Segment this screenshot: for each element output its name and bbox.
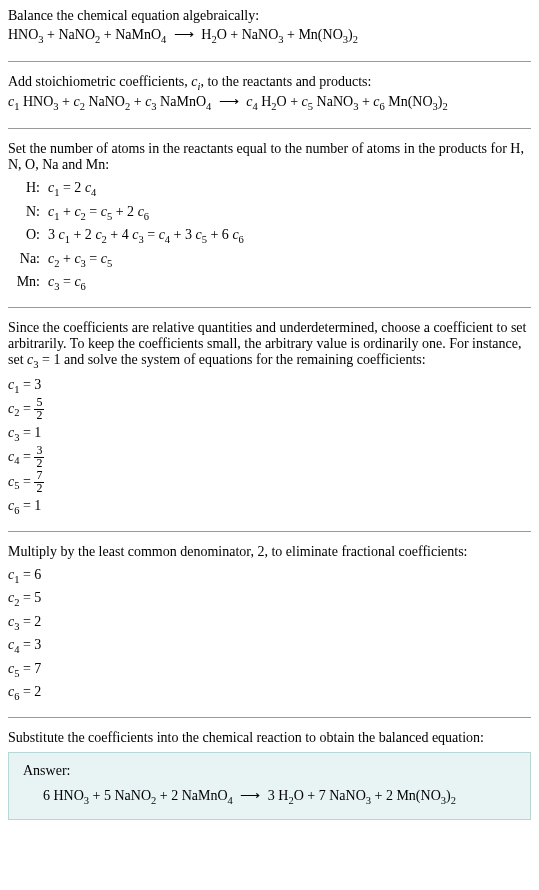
atom-label: Na: xyxy=(16,248,48,272)
section-solve-coeffs: Since the coefficients are relative quan… xyxy=(8,320,531,519)
section-atom-equations: Set the number of atoms in the reactants… xyxy=(8,141,531,295)
atom-equation: c3 = c6 xyxy=(48,271,531,295)
coeff-list-fractional: c1 = 3 c2 = 52 c3 = 1 c4 = 32 c5 = 72 c6… xyxy=(8,374,531,519)
divider-1 xyxy=(8,61,531,62)
coeff-row: c3 = 1 xyxy=(8,422,531,446)
atom-equation: c2 + c3 = c5 xyxy=(48,248,531,272)
atom-label: H: xyxy=(16,177,48,201)
coeff-row: c1 = 6 xyxy=(8,564,531,588)
divider-4 xyxy=(8,531,531,532)
divider-2 xyxy=(8,128,531,129)
section1-equation: HNO3 + NaNO2 + NaMnO4 ⟶ H2O + NaNO3 + Mn… xyxy=(8,24,531,49)
section6-title: Substitute the coefficients into the che… xyxy=(8,730,531,746)
atom-label: N: xyxy=(16,201,48,225)
coeff-row: c1 = 3 xyxy=(8,374,531,398)
atom-row-h: H: c1 = 2 c4 xyxy=(16,177,531,201)
atom-equation: c1 = 2 c4 xyxy=(48,177,531,201)
coeff-row: c2 = 52 xyxy=(8,397,531,422)
atom-label: O: xyxy=(16,224,48,248)
section4-title: Since the coefficients are relative quan… xyxy=(8,320,531,370)
section-stoichiometric: Add stoichiometric coefficients, ci, to … xyxy=(8,74,531,116)
answer-box: Answer: 6 HNO3 + 5 NaNO2 + 2 NaMnO4 ⟶ 3 … xyxy=(8,752,531,821)
atom-equation: 3 c1 + 2 c2 + 4 c3 = c4 + 3 c5 + 6 c6 xyxy=(48,224,531,248)
atom-row-n: N: c1 + c2 = c5 + 2 c6 xyxy=(16,201,531,225)
section5-title: Multiply by the least common denominator… xyxy=(8,544,531,560)
section2-title: Add stoichiometric coefficients, ci, to … xyxy=(8,74,531,92)
atom-row-na: Na: c2 + c3 = c5 xyxy=(16,248,531,272)
answer-label: Answer: xyxy=(23,763,516,779)
section-balance-intro: Balance the chemical equation algebraica… xyxy=(8,8,531,49)
coeff-row: c6 = 1 xyxy=(8,495,531,519)
atom-table: H: c1 = 2 c4 N: c1 + c2 = c5 + 2 c6 O: 3… xyxy=(16,177,531,295)
divider-5 xyxy=(8,717,531,718)
atom-row-o: O: 3 c1 + 2 c2 + 4 c3 = c4 + 3 c5 + 6 c6 xyxy=(16,224,531,248)
coeff-row: c6 = 2 xyxy=(8,681,531,705)
section-final-answer: Substitute the coefficients into the che… xyxy=(8,730,531,821)
coeff-row: c5 = 72 xyxy=(8,470,531,495)
coeff-row: c5 = 7 xyxy=(8,658,531,682)
section-multiply-lcd: Multiply by the least common denominator… xyxy=(8,544,531,705)
atom-label: Mn: xyxy=(16,271,48,295)
atom-equation: c1 + c2 = c5 + 2 c6 xyxy=(48,201,531,225)
coeff-row: c2 = 5 xyxy=(8,587,531,611)
coeff-list-integer: c1 = 6 c2 = 5 c3 = 2 c4 = 3 c5 = 7 c6 = … xyxy=(8,564,531,705)
section2-equation: c1 HNO3 + c2 NaNO2 + c3 NaMnO4 ⟶ c4 H2O … xyxy=(8,91,531,116)
divider-3 xyxy=(8,307,531,308)
coeff-row: c4 = 32 xyxy=(8,445,531,470)
answer-equation: 6 HNO3 + 5 NaNO2 + 2 NaMnO4 ⟶ 3 H2O + 7 … xyxy=(23,785,516,810)
atom-row-mn: Mn: c3 = c6 xyxy=(16,271,531,295)
coeff-row: c3 = 2 xyxy=(8,611,531,635)
coeff-row: c4 = 3 xyxy=(8,634,531,658)
section1-title: Balance the chemical equation algebraica… xyxy=(8,8,531,24)
section3-title: Set the number of atoms in the reactants… xyxy=(8,141,531,173)
